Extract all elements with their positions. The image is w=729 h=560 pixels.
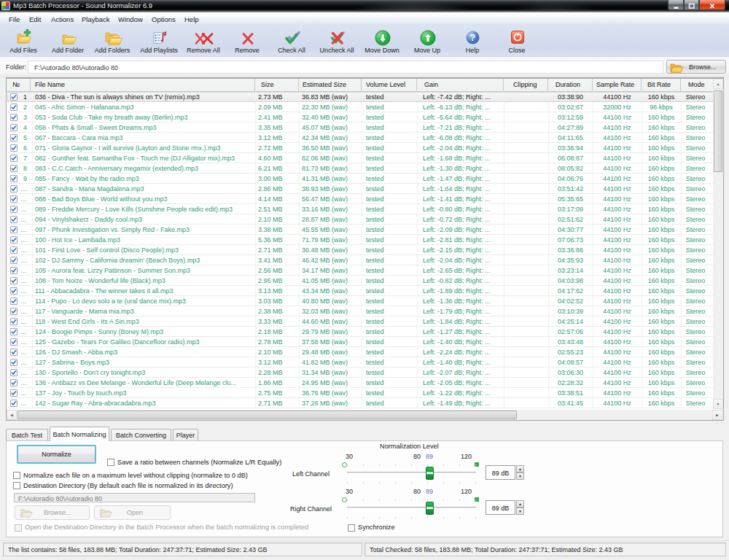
svg-text:?: ? [470, 33, 475, 43]
